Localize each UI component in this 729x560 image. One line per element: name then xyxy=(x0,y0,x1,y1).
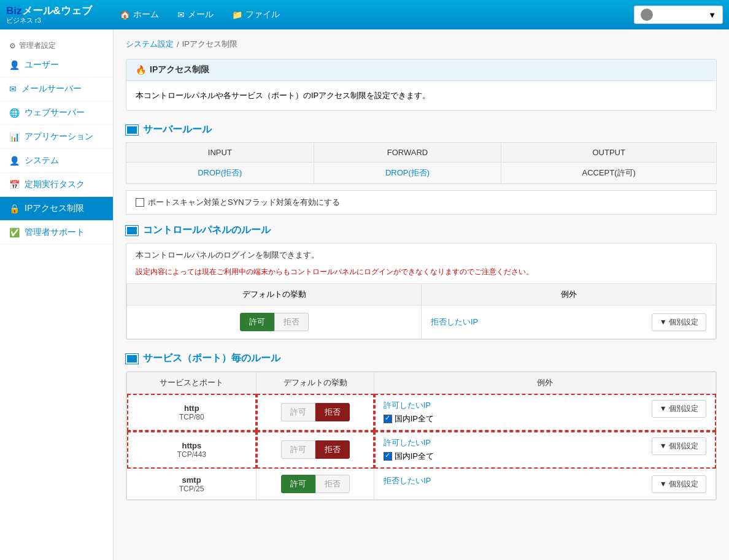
services-title: サービス（ポート）毎のルール xyxy=(126,352,717,365)
smtp-individual-btn[interactable]: ▼ 個別設定 xyxy=(652,475,706,493)
smtp-allow-btn[interactable]: 許可 xyxy=(281,475,315,493)
sidebar-item-mail-server-label: メールサーバー xyxy=(21,83,82,94)
http-toggle: 許可 拒否 xyxy=(266,403,365,421)
breadcrumb: システム設定 / IPアクセス制限 xyxy=(126,39,717,50)
logo-biz: Biz xyxy=(6,5,22,17)
main-content: システム設定 / IPアクセス制限 🔥 IPアクセス制限 本コントロールパネルや… xyxy=(114,29,729,560)
https-service-name: https TCP/443 xyxy=(127,431,256,469)
col-output: OUTPUT xyxy=(501,143,717,163)
https-individual-btn[interactable]: ▼ 個別設定 xyxy=(652,437,706,455)
smtp-exception-details: 拒否したいIP xyxy=(384,475,431,486)
nav-file[interactable]: 📁 ファイル xyxy=(223,9,289,20)
server-rules-table: INPUT FORWARD OUTPUT DROP(拒否) DROP(拒否) A… xyxy=(126,142,717,184)
breadcrumb-separator: / xyxy=(177,40,179,49)
th-service-port: サービスとポート xyxy=(127,372,256,394)
services-card: サービスとポート デフォルトの挙動 例外 http TCP/80 xyxy=(126,371,717,501)
nav-mail-label: メール xyxy=(188,9,214,20)
http-domestic-checkbox[interactable] xyxy=(384,415,392,423)
col-input: INPUT xyxy=(126,143,314,163)
table-row: https TCP/443 許可 拒否 xyxy=(127,431,716,469)
server-rules-icon xyxy=(126,125,138,135)
sidebar-item-mail-server[interactable]: ✉ メールサーバー xyxy=(0,77,113,101)
cp-allow-btn[interactable]: 許可 xyxy=(240,313,274,331)
header-user-area: ▼ xyxy=(634,6,723,24)
ip-access-card-title: IPアクセス制限 xyxy=(150,64,209,75)
logo-sub: ビジネス r3 xyxy=(6,17,92,24)
file-icon: 📁 xyxy=(232,10,242,20)
table-row: http TCP/80 許可 拒否 xyxy=(127,394,716,431)
th-default: デフォルトの挙動 xyxy=(256,372,374,394)
mail-server-icon: ✉ xyxy=(9,84,17,94)
http-exception-details: 許可したいIP 国内IP全て xyxy=(384,400,434,424)
control-panel-icon xyxy=(126,226,138,236)
ip-access-card-body: 本コントロールパネルや各サービス（ポート）のIPアクセス制限を設定できます。 xyxy=(126,81,716,110)
https-exception-content: 許可したいIP 国内IP全て ▼ 個別設定 xyxy=(384,437,706,462)
sidebar-item-web-server-label: ウェブサーバー xyxy=(25,107,85,118)
control-panel-title-text: コントロールパネルのルール xyxy=(143,224,271,237)
https-deny-btn[interactable]: 拒否 xyxy=(315,440,350,459)
cp-deny-ip-label: 拒否したいIP xyxy=(431,316,478,328)
port-scan-row: ポートスキャン対策とSYNフラッド対策を有効にする xyxy=(126,190,717,215)
https-port: TCP/443 xyxy=(136,450,247,459)
page-description: 本コントロールパネルや各サービス（ポート）のIPアクセス制限を設定できます。 xyxy=(136,90,707,101)
smtp-port: TCP/25 xyxy=(136,485,247,493)
main-layout: ⚙ 管理者設定 👤 ユーザー ✉ メールサーバー 🌐 ウェブサーバー 📊 アプリ… xyxy=(0,29,729,560)
sidebar-section-title: ⚙ 管理者設定 xyxy=(0,36,113,53)
mail-icon: ✉ xyxy=(177,10,185,20)
smtp-name: smtp xyxy=(136,475,247,485)
services-icon xyxy=(126,354,138,364)
server-rules-title-text: サーバールール xyxy=(143,123,212,136)
scheduled-tasks-icon: 📅 xyxy=(9,180,20,190)
sidebar-section-label: 管理者設定 xyxy=(19,40,56,51)
port-scan-checkbox[interactable] xyxy=(136,198,144,207)
breadcrumb-parent[interactable]: システム設定 xyxy=(126,39,174,50)
http-individual-btn[interactable]: ▼ 個別設定 xyxy=(652,400,706,418)
nav-mail[interactable]: ✉ メール xyxy=(168,9,223,20)
sidebar-item-web-server[interactable]: 🌐 ウェブサーバー xyxy=(0,101,113,125)
sidebar-item-system-label: システム xyxy=(25,155,59,166)
sidebar-item-application-label: アプリケーション xyxy=(25,131,93,142)
cp-individual-btn[interactable]: ▼ 個別設定 xyxy=(652,313,706,331)
smtp-exception-cell: 拒否したいIP ▼ 個別設定 xyxy=(374,469,716,500)
sidebar-item-application[interactable]: 📊 アプリケーション xyxy=(0,125,113,149)
sidebar-item-users[interactable]: 👤 ユーザー xyxy=(0,53,113,77)
th-exception: 例外 xyxy=(374,372,716,394)
ip-access-icon: 🔒 xyxy=(9,204,20,213)
control-panel-section: コントロールパネルのルール 本コントロールパネルのログインを制限できます。 設定… xyxy=(126,224,717,340)
server-rules-section: サーバールール INPUT FORWARD OUTPUT DROP(拒否) DR… xyxy=(126,123,717,215)
user-menu-button[interactable]: ▼ xyxy=(634,6,723,24)
sidebar-item-scheduled-tasks-label: 定期実行タスク xyxy=(25,179,85,190)
http-exception-content: 許可したいIP 国内IP全て ▼ 個別設定 xyxy=(384,400,706,424)
https-exception-cell: 許可したいIP 国内IP全て ▼ 個別設定 xyxy=(374,431,716,469)
services-title-text: サービス（ポート）毎のルール xyxy=(143,352,280,365)
sidebar-item-admin-support[interactable]: ✅ 管理者サポート xyxy=(0,221,113,245)
https-exception-ip-label: 許可したいIP xyxy=(384,438,431,447)
table-row: smtp TCP/25 許可 拒否 xyxy=(127,469,716,500)
control-panel-card: 本コントロールパネルのログインを制限できます。 設定内容によっては現在ご利用中の… xyxy=(126,243,717,340)
http-exception-cell: 許可したいIP 国内IP全て ▼ 個別設定 xyxy=(374,394,716,431)
sidebar-item-ip-access-label: IPアクセス制限 xyxy=(25,203,84,214)
smtp-deny-btn[interactable]: 拒否 xyxy=(315,475,350,493)
sidebar-item-scheduled-tasks[interactable]: 📅 定期実行タスク xyxy=(0,173,113,197)
cp-exception-row: 拒否したいIP ▼ 個別設定 xyxy=(431,313,706,331)
sidebar-item-ip-access[interactable]: 🔒 IPアクセス制限 xyxy=(0,197,113,221)
sidebar-item-system[interactable]: 👤 システム xyxy=(0,149,113,173)
http-allow-btn[interactable]: 許可 xyxy=(281,403,315,421)
https-allow-btn[interactable]: 許可 xyxy=(281,440,315,459)
ip-access-card-header: 🔥 IPアクセス制限 xyxy=(126,59,716,81)
forward-value: DROP(拒否) xyxy=(314,163,501,184)
logo-mail-web: メール&ウェブ xyxy=(22,5,92,17)
user-icon: 👤 xyxy=(9,60,20,70)
sidebar-item-users-label: ユーザー xyxy=(25,59,59,71)
nav-home[interactable]: 🏠 ホーム xyxy=(110,9,168,20)
https-domestic-checkbox[interactable] xyxy=(384,452,392,461)
port-scan-label: ポートスキャン対策とSYNフラッド対策を有効にする xyxy=(148,197,340,208)
http-deny-btn[interactable]: 拒否 xyxy=(315,403,350,421)
nav-home-label: ホーム xyxy=(133,9,159,20)
https-exception-details: 許可したいIP 国内IP全て xyxy=(384,437,434,462)
output-value: ACCEPT(許可) xyxy=(501,163,717,184)
sidebar-item-admin-support-label: 管理者サポート xyxy=(25,227,85,238)
cp-toggle-group: 許可 拒否 xyxy=(136,313,412,331)
cp-default-cell: 許可 拒否 xyxy=(127,305,422,339)
cp-deny-btn[interactable]: 拒否 xyxy=(274,313,309,331)
